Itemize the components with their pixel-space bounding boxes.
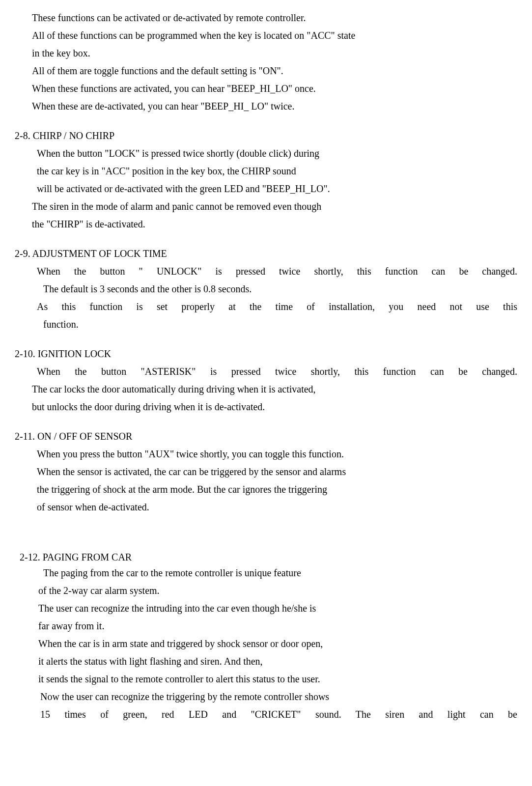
section-2-9-line: The default is 3 seconds and the other i… — [15, 281, 517, 297]
section-2-12-line: When the car is in arm state and trigger… — [15, 636, 517, 651]
section-2-12-heading: 2-12. PAGING FROM CAR — [15, 549, 517, 565]
section-2-11-line: When the sensor is activated, the car ca… — [15, 464, 517, 479]
section-2-12-line: of the 2-way car alarm system. — [15, 583, 517, 598]
section-2-9-line: As this function is set properly at the … — [15, 299, 517, 314]
section-2-8-line: will be activated or de-activated with t… — [15, 181, 517, 196]
intro-block: These functions can be activated or de-a… — [15, 10, 517, 114]
section-2-8-line: When the button "LOCK" is pressed twice … — [15, 145, 517, 161]
intro-line: When these are de-activated, you can hea… — [15, 98, 517, 114]
section-2-10-line: When the button "ASTERISK" is pressed tw… — [15, 364, 517, 379]
intro-line: When these functions are activated, you … — [15, 81, 517, 96]
section-2-8-line: the car key is in "ACC" position in the … — [15, 163, 517, 179]
section-2-12-line: The paging from the car to the remote co… — [15, 565, 517, 581]
section-2-11-line: When you press the button "AUX" twice sh… — [15, 446, 517, 462]
section-2-10-heading: 2-10. IGNITION LOCK — [15, 346, 517, 362]
section-2-11-line: the triggering of shock at the arm mode.… — [15, 481, 517, 497]
section-2-12-line: it alerts the status with light flashing… — [15, 653, 517, 669]
section-2-10-line: The car locks the door automatically dur… — [15, 381, 517, 397]
section-2-8-line: The siren in the mode of alarm and panic… — [15, 198, 517, 214]
section-2-12-line: 15 times of green, red LED and "CRICKET"… — [15, 706, 517, 722]
section-2-12-line: far away from it. — [15, 618, 517, 634]
section-2-10-line: but unlocks the door during driving when… — [15, 399, 517, 415]
section-2-11-line: of sensor when de-activated. — [15, 499, 517, 515]
section-2-8-line: the "CHIRP" is de-activated. — [15, 216, 517, 232]
intro-line: All of them are toggle functions and the… — [15, 63, 517, 79]
section-2-9-line: function. — [15, 316, 517, 332]
intro-line: in the key box. — [15, 45, 517, 61]
section-2-12-line: it sends the signal to the remote contro… — [15, 671, 517, 687]
section-2-12-line: The user can recognize the intruding int… — [15, 600, 517, 616]
section-2-8-heading: 2-8. CHIRP / NO CHIRP — [15, 128, 517, 143]
section-2-9-line: When the button " UNLOCK" is pressed twi… — [15, 263, 517, 279]
section-2-9-heading: 2-9. ADJUSTMENT OF LOCK TIME — [15, 246, 517, 261]
section-2-12-line: Now the user can recognize the triggerin… — [15, 689, 517, 704]
intro-line: These functions can be activated or de-a… — [15, 10, 517, 26]
section-2-11-heading: 2-11. ON / OFF OF SENSOR — [15, 428, 517, 444]
intro-line: All of these functions can be programmed… — [15, 28, 517, 43]
